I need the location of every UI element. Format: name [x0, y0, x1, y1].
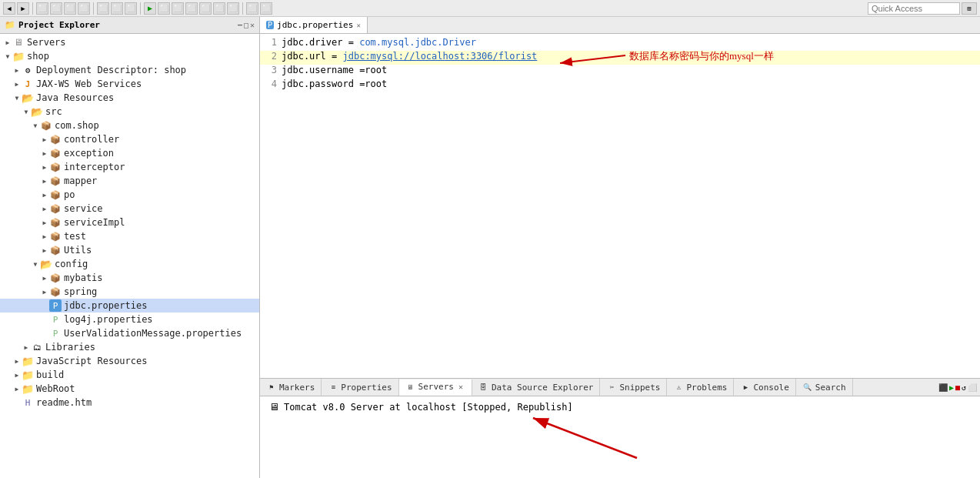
code-editor[interactable]: 1 jdbc.driver = com.mysql.jdbc.Driver 2 … [260, 34, 980, 378]
tree-item-build[interactable]: ▶ 📁 build [0, 368, 259, 382]
package-spring-icon: 📦 [49, 286, 62, 298]
toolbar-btn-layout[interactable]: ⊞ [962, 2, 977, 15]
panel-maximize-btn[interactable]: □ [244, 21, 248, 29]
panel-minimize-btn[interactable]: — [238, 21, 242, 29]
action-btn-stop[interactable]: ■ [955, 383, 960, 392]
tree-item-mybatis[interactable]: ▶ 📦 mybatis [0, 271, 259, 285]
tree-item-interceptor[interactable]: ▶ 📦 interceptor [0, 160, 259, 174]
tree-arrow-src: ▼ [22, 107, 31, 116]
toolbar-btn-1[interactable]: ⬜ [36, 2, 48, 15]
tree-item-js-resources[interactable]: ▶ 📁 JavaScript Resources [0, 354, 259, 368]
bottom-tab-search[interactable]: 🔍 Search [796, 379, 853, 396]
tree-item-comshop[interactable]: ▼ 📦 com.shop [0, 119, 259, 132]
tree-item-serviceimpl[interactable]: ▶ 📦 serviceImpl [0, 216, 259, 229]
toolbar-btn-8[interactable]: ▶ [144, 2, 156, 15]
tree-item-libraries[interactable]: ▶ 🗂 Libraries [0, 340, 259, 354]
tree-arrow-comshop: ▼ [31, 121, 40, 130]
tree-item-deployment[interactable]: ▶ ⚙ Deployment Descriptor: shop [0, 63, 259, 77]
java-resources-icon: 📂 [22, 92, 34, 104]
tree-item-java-resources[interactable]: ▼ 📂 Java Resources [0, 91, 259, 105]
action-btn-5[interactable]: ⬜ [968, 383, 977, 392]
toolbar-btn-9[interactable]: ⬜ [158, 2, 170, 15]
bottom-tab-markers-label: Markers [279, 383, 315, 393]
toolbar-btn-3[interactable]: ⬜ [64, 2, 76, 15]
tree-item-src[interactable]: ▼ 📂 src [0, 105, 259, 119]
bottom-tab-problems[interactable]: ⚠ Problems [667, 379, 734, 396]
toolbar-btn-5[interactable]: ⬜ [97, 2, 109, 15]
toolbar-btn-13[interactable]: ⬜ [213, 2, 225, 15]
toolbar-btn-4[interactable]: ⬜ [78, 2, 90, 15]
action-btn-1[interactable]: ⬛ [938, 383, 948, 392]
tree-label-mybatis: mybatis [64, 272, 103, 283]
tree-item-test[interactable]: ▶ 📦 test [0, 229, 259, 243]
tree-item-po[interactable]: ▶ 📦 po [0, 188, 259, 202]
toolbar-btn-16[interactable]: ⬜ [260, 2, 272, 15]
tree-item-log4j[interactable]: ▶ P log4j.properties [0, 313, 259, 326]
tree-item-service[interactable]: ▶ 📦 service [0, 202, 259, 216]
tree-label-mapper: mapper [64, 175, 97, 186]
toolbar-sep-2 [93, 2, 94, 15]
tree-item-uservalidation[interactable]: ▶ P UserValidationMessage.properties [0, 326, 259, 340]
action-btn-play[interactable]: ▶ [949, 383, 954, 392]
bottom-tab-snippets-label: Snippets [619, 383, 660, 393]
tree-item-webroot[interactable]: ▶ 📁 WebRoot [0, 382, 259, 396]
panel-close-btn[interactable]: ✕ [250, 21, 255, 29]
bottom-tab-properties[interactable]: ≡ Properties [322, 379, 398, 396]
tree-arrow-exception: ▶ [40, 149, 49, 158]
action-btn-restart[interactable]: ↺ [962, 383, 966, 392]
gear-icon: ⚙ [22, 64, 34, 76]
js-resources-icon: 📁 [22, 355, 34, 367]
datasource-icon: 🗄 [478, 382, 489, 393]
tree-item-mapper[interactable]: ▶ 📦 mapper [0, 174, 259, 188]
tree-item-spring[interactable]: ▶ 📦 spring [0, 285, 259, 299]
bottom-tab-datasource[interactable]: 🗄 Data Source Explorer [472, 379, 600, 396]
toolbar-btn-15[interactable]: ⬜ [246, 2, 258, 15]
toolbar-btn-7[interactable]: ⬜ [125, 2, 137, 15]
tree-arrow-jsr: ▶ [12, 356, 22, 366]
toolbar-btn-2[interactable]: ⬜ [50, 2, 62, 15]
properties-icon: ≡ [328, 382, 338, 393]
tree-item-exception[interactable]: ▶ 📦 exception [0, 146, 259, 160]
project-explorer-header: 📁 Project Explorer — □ ✕ [0, 17, 259, 34]
tree-item-readme[interactable]: ▶ H readme.htm [0, 396, 259, 409]
tree-label-shop: shop [27, 51, 49, 62]
tree-arrow-config: ▼ [31, 259, 40, 269]
toolbar-btn-11[interactable]: ⬜ [185, 2, 198, 15]
tree-arrow-deployment: ▶ [12, 65, 22, 75]
servers-tab-close[interactable]: ✕ [456, 383, 465, 391]
tree-label-exception: exception [64, 148, 114, 159]
package-service-icon: 📦 [49, 202, 62, 215]
tree-item-jax-ws[interactable]: ▶ J JAX-WS Web Services [0, 77, 259, 91]
editor-tab-close[interactable]: ✕ [356, 22, 360, 29]
editor-tab-jdbc[interactable]: P jdbc.properties ✕ [260, 17, 368, 33]
toolbar-btn-10[interactable]: ⬜ [172, 2, 184, 15]
bottom-tab-markers[interactable]: ⚑ Markers [260, 379, 322, 396]
bottom-tab-console[interactable]: ▶ Console [734, 379, 795, 396]
server-list-item[interactable]: 🖥 Tomcat v8.0 Server at localhost [Stopp… [266, 399, 974, 414]
toolbar-btn-6[interactable]: ⬜ [111, 2, 123, 15]
package-controller-icon: 📦 [49, 133, 62, 145]
tree-label-src: src [45, 106, 62, 117]
bottom-tab-servers[interactable]: 🖥 Servers ✕ [399, 379, 472, 396]
uvm-file-icon: P [49, 327, 62, 339]
code-line-4: 4 jdbc.password =root [260, 79, 980, 92]
tree-item-controller[interactable]: ▶ 📦 controller [0, 132, 259, 146]
toolbar-btn-12[interactable]: ⬜ [199, 2, 212, 15]
tree-arrow-serviceimpl: ▶ [40, 218, 49, 227]
quick-access-input[interactable] [868, 2, 960, 15]
tree-item-jdbc-properties[interactable]: ▶ P jdbc.properties [0, 299, 259, 313]
tree-item-config[interactable]: ▼ 📂 config [0, 257, 259, 271]
code-line-2: 2 jdbc.url = jdbc:mysql://localhost:3306… [260, 51, 980, 65]
package-serviceimpl-icon: 📦 [49, 216, 62, 229]
toolbar-btn-back[interactable]: ◀ [3, 2, 15, 15]
tree-item-shop[interactable]: ▼ 📁 shop [0, 49, 259, 63]
toolbar-btn-forward[interactable]: ▶ [17, 2, 29, 15]
bottom-tab-console-label: Console [753, 383, 788, 393]
bottom-tab-snippets[interactable]: ✂ Snippets [600, 379, 667, 396]
tree-item-utils[interactable]: ▶ 📦 Utils [0, 243, 259, 257]
toolbar-btn-14[interactable]: ⬜ [227, 2, 239, 15]
tree-label-webroot: WebRoot [36, 383, 75, 394]
log4j-file-icon: P [49, 313, 62, 326]
folder-shop-icon: 📁 [12, 50, 25, 62]
tree-item-servers[interactable]: ▶ 🖥 Servers [0, 35, 259, 49]
